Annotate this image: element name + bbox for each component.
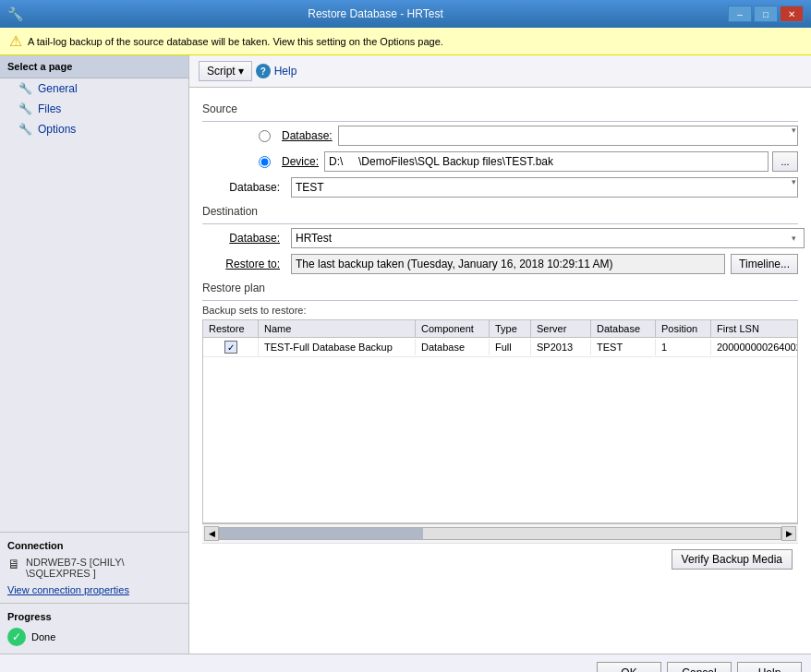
sidebar: Select a page 🔧 General 🔧 Files 🔧 Option… xyxy=(0,55,189,654)
wrench-icon-options: 🔧 xyxy=(18,123,32,136)
warning-bar: ⚠ A tail-log backup of the source databa… xyxy=(0,28,811,55)
device-input-row: ... xyxy=(324,151,798,172)
close-button[interactable]: ✕ xyxy=(780,6,804,22)
warning-text: A tail-log backup of the source database… xyxy=(28,36,443,47)
browse-button[interactable]: ... xyxy=(772,151,798,172)
server-name: NDRWEB7-S [CHILY\ \SQLEXPRES ] xyxy=(26,557,125,579)
ok-button[interactable]: OK xyxy=(597,662,661,672)
horizontal-scrollbar[interactable] xyxy=(219,527,781,540)
database-radio-label: Database: xyxy=(282,129,333,142)
restore-to-row: Restore to: Timeline... xyxy=(202,254,798,274)
connection-section: Connection 🖥 NDRWEB7-S [CHILY\ \SQLEXPRE… xyxy=(0,532,188,603)
help-button[interactable]: ? Help xyxy=(256,64,297,78)
td-server: SP2013 xyxy=(531,339,591,355)
source-database-select[interactable] xyxy=(338,126,798,146)
view-connection-link[interactable]: View connection properties xyxy=(7,584,181,595)
dest-database-input[interactable] xyxy=(291,228,805,248)
cancel-button[interactable]: Cancel xyxy=(667,662,732,672)
th-database: Database xyxy=(591,320,656,337)
connection-info: 🖥 NDRWEB7-S [CHILY\ \SQLEXPRES ] xyxy=(7,557,181,579)
sidebar-title: Select a page xyxy=(0,55,188,78)
help-circle-icon: ? xyxy=(256,64,271,78)
source-divider xyxy=(202,121,798,122)
help-label: Help xyxy=(274,65,297,78)
database-radio[interactable] xyxy=(259,130,271,142)
th-restore: Restore xyxy=(203,320,259,337)
th-name: Name xyxy=(259,320,416,337)
source-section-label: Source xyxy=(202,102,798,115)
dest-database-row: Database: ▾ xyxy=(202,228,798,248)
script-label: Script xyxy=(207,65,236,78)
table-body: ✓ TEST-Full Database Backup Database Ful… xyxy=(203,338,797,522)
progress-status-text: Done xyxy=(31,631,55,642)
source-db-select[interactable]: TEST xyxy=(291,177,798,198)
device-radio-row: Device: ... xyxy=(202,151,798,172)
restore-plan-label: Restore plan xyxy=(202,282,798,294)
maximize-button[interactable]: □ xyxy=(754,6,778,22)
scroll-left-arrow[interactable]: ◀ xyxy=(204,526,219,541)
done-icon: ✓ xyxy=(7,628,26,646)
restore-checkbox[interactable]: ✓ xyxy=(224,341,237,354)
verify-backup-button[interactable]: Verify Backup Media xyxy=(672,549,793,570)
sidebar-item-general[interactable]: 🔧 General xyxy=(0,78,188,99)
content-area: Script ▾ ? Help Source Database: xyxy=(189,55,811,654)
toolbar: Script ▾ ? Help xyxy=(189,55,811,88)
destination-section-label: Destination xyxy=(202,205,798,218)
server-icon: 🖥 xyxy=(7,557,20,571)
footer-help-button[interactable]: Help xyxy=(737,662,802,672)
progress-section: Progress ✓ Done xyxy=(0,603,188,654)
connection-title: Connection xyxy=(7,540,181,551)
destination-section: Destination Database: ▾ Restore to: Time… xyxy=(202,205,798,274)
table-header: Restore Name Component Type Server Datab… xyxy=(203,320,797,338)
verify-row: Verify Backup Media xyxy=(202,543,798,573)
script-dropdown-arrow: ▾ xyxy=(238,65,244,78)
th-server: Server xyxy=(531,320,591,337)
th-type: Type xyxy=(490,320,531,337)
scroll-right-arrow[interactable]: ▶ xyxy=(781,526,796,541)
device-path-input[interactable] xyxy=(324,151,769,172)
backup-sets-table: Restore Name Component Type Server Datab… xyxy=(202,319,798,523)
warning-icon: ⚠ xyxy=(9,32,22,50)
restore-to-label: Restore to: xyxy=(202,258,285,270)
th-position: Position xyxy=(656,320,711,337)
window-title: Restore Database - HRTest xyxy=(23,7,728,20)
sidebar-label-files: Files xyxy=(38,102,61,115)
scrollbar-thumb xyxy=(220,528,423,539)
progress-title: Progress xyxy=(7,611,181,622)
minimize-button[interactable]: – xyxy=(728,6,752,22)
window-controls: – □ ✕ xyxy=(728,6,804,22)
scrollbar-row: ◀ ▶ xyxy=(202,523,798,543)
th-component: Component xyxy=(416,320,490,337)
title-bar: 🔧 Restore Database - HRTest – □ ✕ xyxy=(0,0,811,28)
restore-plan-section: Restore plan Backup sets to restore: Res… xyxy=(202,282,798,573)
device-radio-label: Device: xyxy=(282,155,319,168)
th-firstlsn: First LSN xyxy=(711,320,798,337)
backup-sets-label: Backup sets to restore: xyxy=(202,305,798,316)
dest-db-wrapper xyxy=(291,228,805,248)
table-row: ✓ TEST-Full Database Backup Database Ful… xyxy=(203,338,797,357)
sidebar-item-options[interactable]: 🔧 Options xyxy=(0,119,188,139)
wrench-icon-files: 🔧 xyxy=(18,102,32,115)
progress-status: ✓ Done xyxy=(7,628,181,646)
sidebar-label-options: Options xyxy=(38,123,76,136)
destination-divider xyxy=(202,223,798,224)
form-area: Source Database: ▾ xyxy=(189,88,811,654)
td-type: Full xyxy=(490,339,531,355)
dest-db-label: Database: xyxy=(202,232,285,245)
sidebar-item-files[interactable]: 🔧 Files xyxy=(0,99,188,119)
main-layout: Select a page 🔧 General 🔧 Files 🔧 Option… xyxy=(0,55,811,654)
script-button[interactable]: Script ▾ xyxy=(199,61,252,81)
dialog-footer: OK Cancel Help xyxy=(0,654,811,672)
timeline-button[interactable]: Timeline... xyxy=(731,254,798,274)
td-component: Database xyxy=(416,339,490,355)
sidebar-label-general: General xyxy=(38,82,78,95)
source-database-row: Database: TEST ▾ xyxy=(202,177,798,198)
restore-to-input xyxy=(291,254,725,274)
td-firstlsn: 20000000026400203 xyxy=(711,339,798,355)
database-radio-row: Database: ▾ xyxy=(202,126,798,146)
device-radio[interactable] xyxy=(259,156,271,168)
app-icon: 🔧 xyxy=(7,6,23,21)
td-position: 1 xyxy=(656,339,711,355)
source-db-dropdown-wrapper: TEST ▾ xyxy=(291,177,798,198)
td-name: TEST-Full Database Backup xyxy=(259,339,416,355)
